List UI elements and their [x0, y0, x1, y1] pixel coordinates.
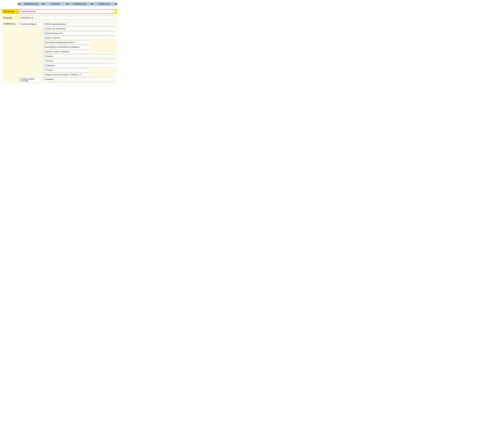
module-bar: Systemmanagement	[43, 31, 116, 35]
lane-ausfuehrung: Projektgrundlagen Einführungsorganisatio…	[18, 22, 117, 83]
module-label: System / Material	[45, 37, 60, 39]
module-label: Integrale Sicherheit System / Material /…	[45, 73, 81, 76]
phase-label: Konzept	[51, 2, 60, 5]
module-label: Erproben System / Material	[45, 51, 69, 53]
module-bar: Projektführung	[19, 16, 116, 20]
module-label: IT-Migration	[45, 64, 55, 66]
module-bar: IT-System	[43, 54, 116, 58]
module-label: Immobilien	[45, 78, 54, 80]
lane-label-fuehrung: Führung	[2, 15, 18, 20]
module-bar: IT-Betrieb	[43, 59, 116, 63]
phase-label: Realisierung	[73, 2, 86, 5]
module-bar: Einführungsorganisation	[43, 22, 116, 26]
module-bar: IT-Migration	[43, 64, 116, 67]
module-label: Projektgrundlagen	[20, 23, 36, 25]
ausfuehrung-group-2: Projektgrundlagen Immobilien Immobilien	[19, 77, 116, 83]
module-label: Beschaffung mit öffentlicher Publikation	[45, 46, 80, 48]
phase-box: Konzept	[44, 2, 67, 6]
lane-label-steuerung: Steuerung	[2, 9, 18, 14]
phase-label: Einführung	[98, 2, 109, 5]
lane-fuehrung: Projektführung	[18, 15, 117, 20]
module-label: Projektsteuerung	[20, 10, 35, 13]
module-bar: Beschaffung mit öffentlicher Publikation	[43, 45, 91, 49]
module-label: Einsatz und Ausbildung	[45, 27, 66, 30]
module-bar: Projektgrundlagen Immobilien	[19, 77, 42, 83]
phase-box: Einführung	[93, 2, 115, 6]
module-label: IT-System	[45, 55, 54, 57]
module-bar: Immobilien	[43, 77, 116, 81]
module-bar: Projektsteuerung	[19, 10, 116, 13]
module-bar: IT-Testen	[43, 68, 91, 72]
module-bar: Projektgrundlagen	[19, 22, 42, 26]
lane-label-ausfuehrung: Ausführung	[2, 22, 18, 83]
module-label: IT-Betrieb	[45, 60, 53, 62]
module-bar: Einsatz und Ausbildung	[43, 27, 116, 31]
module-bar: Beschaffung Einladungsverfahren	[43, 41, 91, 45]
lane-steuerung: Projektsteuerung	[18, 9, 117, 14]
module-label: Einführungsorganisation	[45, 23, 66, 25]
phase-box: Initialisierung	[20, 2, 43, 6]
lane-label-text: Steuerung	[3, 10, 14, 13]
phase-header: Initialisierung Konzept Realisierung Ein…	[18, 2, 117, 6]
module-bar: System / Material	[43, 36, 116, 40]
spacer	[2, 2, 18, 8]
lane-label-text: Führung	[3, 16, 12, 19]
module-label: IT-Testen	[45, 69, 53, 71]
module-label: Projektgrundlagen Immobilien	[20, 78, 41, 82]
module-label: Systemmanagement	[45, 32, 63, 34]
module-label: Projektführung	[20, 17, 33, 19]
hermes-phase-diagram: Initialisierung Konzept Realisierung Ein…	[2, 2, 117, 83]
ausfuehrung-group-1: Projektgrundlagen Einführungsorganisatio…	[19, 22, 116, 77]
lane-label-text: Ausführung	[3, 22, 15, 25]
module-bar: Integrale Sicherheit System / Material /…	[43, 73, 91, 77]
phase-label: Initialisierung	[24, 2, 38, 5]
module-label: Beschaffung Einladungsverfahren	[45, 41, 75, 44]
module-bar: Erproben System / Material	[43, 50, 91, 54]
ausfuehrung-right-column: EinführungsorganisationEinsatz und Ausbi…	[43, 22, 116, 77]
ausfuehrung-right-column-2: Immobilien	[43, 77, 116, 83]
phase-box: Realisierung	[68, 2, 91, 6]
